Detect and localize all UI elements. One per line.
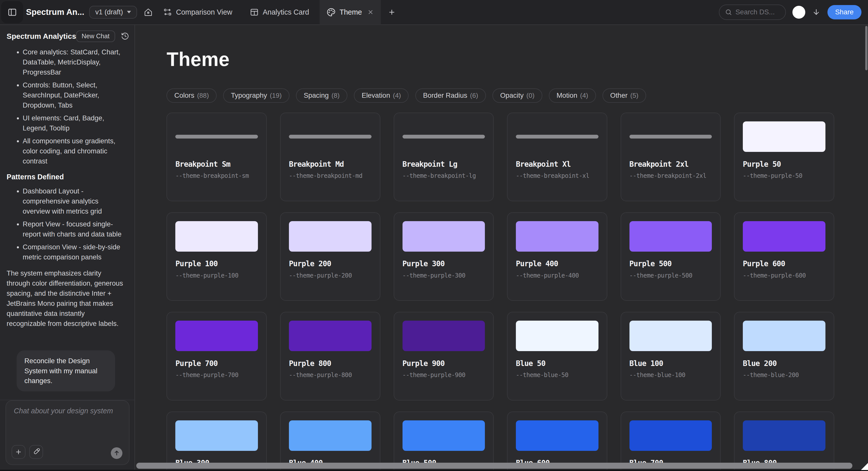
token-card[interactable]: Blue 200--theme-blue-200: [734, 312, 834, 401]
chip-count: (19): [270, 92, 282, 99]
color-swatch: [743, 420, 826, 451]
filter-chip-motion[interactable]: Motion(4): [549, 88, 596, 103]
version-dropdown[interactable]: v1 (draft): [89, 6, 137, 19]
chip-count: (0): [526, 92, 534, 99]
close-tab-icon[interactable]: [368, 9, 374, 15]
token-card[interactable]: Blue 500--theme-blue-500: [394, 412, 494, 471]
app-title: Spectrum An...: [26, 7, 84, 17]
version-label: v1 (draft): [95, 8, 123, 16]
token-name: Purple 800: [289, 359, 372, 368]
history-button[interactable]: [119, 31, 130, 42]
color-swatch: [516, 420, 598, 451]
pattern-item: Dashboard Layout - comprehensive analyti…: [23, 186, 128, 216]
chip-count: (88): [197, 92, 209, 99]
token-card[interactable]: Blue 600--theme-blue-600: [507, 412, 607, 471]
token-name: Breakpoint Lg: [403, 160, 485, 168]
token-name: Purple 400: [516, 259, 598, 268]
token-card[interactable]: Blue 800--theme-blue-800: [734, 412, 834, 471]
filter-chips: Colors(88)Typography(19)Spacing(8)Elevat…: [166, 88, 834, 103]
token-card[interactable]: Purple 100--theme-purple-100: [166, 212, 267, 301]
new-chat-button[interactable]: New Chat: [76, 30, 115, 42]
tab-analytics-card[interactable]: Analytics Card: [243, 0, 316, 25]
token-card[interactable]: Purple 800--theme-purple-800: [280, 312, 380, 401]
avatar[interactable]: [793, 6, 805, 19]
chip-count: (8): [332, 92, 340, 99]
token-card[interactable]: Purple 500--theme-purple-500: [621, 212, 721, 301]
search-input[interactable]: [719, 4, 786, 20]
token-card[interactable]: Blue 100--theme-blue-100: [621, 312, 721, 401]
window-corner: [861, 463, 868, 470]
token-card[interactable]: Breakpoint Xl--theme-breakpoint-xl: [507, 113, 607, 201]
filter-chip-border-radius[interactable]: Border Radius(6): [415, 88, 486, 103]
tab-theme[interactable]: Theme: [320, 0, 381, 25]
chip-label: Colors: [174, 91, 194, 99]
token-name: Purple 50: [743, 160, 826, 168]
tab-comparison-view[interactable]: Comparison View: [156, 0, 240, 25]
token-card[interactable]: Purple 300--theme-purple-300: [394, 212, 494, 301]
filter-chip-colors[interactable]: Colors(88): [166, 88, 216, 103]
token-card[interactable]: Blue 700--theme-blue-700: [621, 412, 721, 471]
token-name: Purple 600: [743, 259, 826, 268]
filter-chip-opacity[interactable]: Opacity(0): [492, 88, 542, 103]
token-variable: --theme-purple-300: [403, 272, 485, 279]
breakpoint-swatch: [175, 121, 258, 152]
token-name: Purple 700: [175, 359, 258, 368]
tab-label: Analytics Card: [263, 8, 309, 17]
vertical-scrollbar-thumb[interactable]: [865, 26, 868, 70]
color-swatch: [516, 321, 598, 351]
user-message-bubble: Reconcile the Design System with my manu…: [17, 350, 115, 391]
filter-chip-typography[interactable]: Typography(19): [223, 88, 289, 103]
token-variable: --theme-purple-800: [289, 372, 372, 379]
token-card[interactable]: Breakpoint Md--theme-breakpoint-md: [280, 113, 380, 201]
horizontal-scrollbar-thumb[interactable]: [136, 463, 852, 469]
chip-label: Opacity: [500, 91, 524, 99]
chat-actions: [11, 445, 43, 459]
token-card[interactable]: Blue 50--theme-blue-50: [507, 312, 607, 401]
page-title: Theme: [166, 48, 834, 70]
home-button[interactable]: [141, 4, 156, 20]
token-name: Breakpoint Sm: [175, 160, 258, 168]
breakpoint-swatch: [516, 121, 598, 152]
token-card[interactable]: Purple 700--theme-purple-700: [166, 312, 267, 401]
chat-input[interactable]: Chat about your design system: [5, 400, 130, 465]
token-card[interactable]: Purple 400--theme-purple-400: [507, 212, 607, 301]
comparison-icon: [163, 8, 172, 17]
tab-label: Theme: [340, 8, 362, 17]
token-card[interactable]: Purple 900--theme-purple-900: [394, 312, 494, 401]
filter-chip-elevation[interactable]: Elevation(4): [354, 88, 408, 103]
token-name: Purple 500: [629, 259, 712, 268]
token-variable: --theme-purple-200: [289, 272, 372, 279]
token-card[interactable]: Blue 300--theme-blue-300: [166, 412, 267, 471]
color-swatch: [743, 221, 826, 252]
download-icon[interactable]: [812, 8, 820, 17]
brush-button[interactable]: [29, 445, 43, 459]
filter-chip-other[interactable]: Other(5): [602, 88, 646, 103]
token-variable: --theme-blue-200: [743, 372, 826, 379]
token-variable: --theme-blue-50: [516, 372, 598, 379]
token-card[interactable]: Blue 400--theme-blue-400: [280, 412, 380, 471]
token-name: Purple 900: [403, 359, 485, 368]
capability-item: UI elements: Card, Badge, Legend, Toolti…: [23, 113, 128, 133]
new-tab-button[interactable]: [384, 4, 400, 20]
app-window: Spectrum An... v1 (draft) Comparison Vie…: [0, 0, 868, 471]
search-field[interactable]: [736, 8, 780, 16]
filter-chip-spacing[interactable]: Spacing(8): [296, 88, 347, 103]
token-card[interactable]: Breakpoint Sm--theme-breakpoint-sm: [166, 113, 267, 201]
attach-button[interactable]: [11, 445, 26, 459]
token-card[interactable]: Purple 200--theme-purple-200: [280, 212, 380, 301]
tab-strip: Comparison View Analytics Card Theme: [135, 0, 400, 25]
token-card[interactable]: Breakpoint 2xl--theme-breakpoint-2xl: [621, 113, 721, 201]
token-variable: --theme-purple-50: [743, 172, 826, 179]
token-card[interactable]: Purple 600--theme-purple-600: [734, 212, 834, 301]
share-button[interactable]: Share: [828, 5, 862, 20]
plus-icon: [388, 8, 396, 17]
pattern-item: Report View - focused single-report with…: [23, 219, 128, 239]
color-swatch: [289, 420, 372, 451]
token-card[interactable]: Purple 50--theme-purple-50: [734, 113, 834, 201]
token-variable: --theme-breakpoint-2xl: [629, 172, 712, 179]
send-button[interactable]: [111, 447, 122, 459]
token-variable: --theme-purple-700: [175, 372, 258, 379]
color-swatch: [629, 221, 712, 252]
token-card[interactable]: Breakpoint Lg--theme-breakpoint-lg: [394, 113, 494, 201]
sidebar-toggle-button[interactable]: [1, 1, 23, 23]
